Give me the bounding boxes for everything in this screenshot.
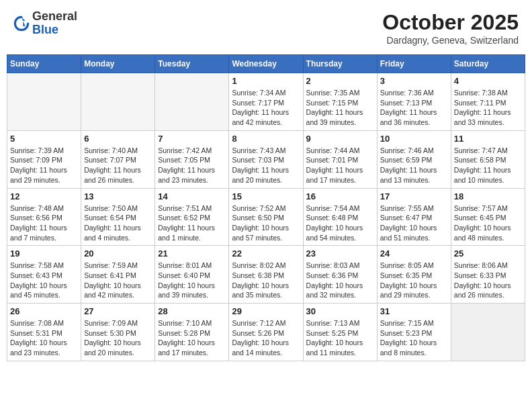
calendar-week-5: 26Sunrise: 7:08 AMSunset: 5:31 PMDayligh… [7, 304, 525, 361]
day-info: Sunrise: 7:08 AMSunset: 5:31 PMDaylight:… [10, 318, 78, 358]
day-info: Sunrise: 7:40 AMSunset: 7:07 PMDaylight:… [84, 146, 152, 185]
day-info: Sunrise: 7:42 AMSunset: 7:05 PMDaylight:… [158, 146, 226, 185]
calendar-cell: 27Sunrise: 7:09 AMSunset: 5:30 PMDayligh… [81, 304, 155, 361]
day-info: Sunrise: 8:02 AMSunset: 6:38 PMDaylight:… [232, 261, 300, 300]
calendar-cell [81, 73, 155, 131]
calendar-cell: 10Sunrise: 7:46 AMSunset: 6:59 PMDayligh… [377, 130, 451, 188]
day-info: Sunrise: 7:35 AMSunset: 7:15 PMDaylight:… [306, 88, 374, 128]
day-info: Sunrise: 7:12 AMSunset: 5:26 PMDaylight:… [232, 318, 300, 358]
day-number: 6 [84, 134, 152, 144]
day-number: 14 [158, 191, 226, 201]
day-info: Sunrise: 7:57 AMSunset: 6:45 PMDaylight:… [454, 203, 522, 243]
day-number: 10 [380, 134, 448, 144]
day-number: 8 [232, 134, 300, 144]
weekday-header-saturday: Saturday [451, 55, 525, 73]
day-number: 9 [306, 134, 374, 144]
day-number: 5 [10, 134, 78, 144]
day-number: 29 [232, 306, 300, 316]
day-info: Sunrise: 7:51 AMSunset: 6:52 PMDaylight:… [158, 203, 226, 243]
day-number: 20 [84, 248, 152, 259]
calendar-cell: 29Sunrise: 7:12 AMSunset: 5:26 PMDayligh… [229, 304, 303, 361]
calendar-cell: 28Sunrise: 7:10 AMSunset: 5:28 PMDayligh… [155, 304, 229, 361]
day-number: 27 [84, 306, 152, 316]
month-title: October 2025 [382, 10, 519, 35]
day-info: Sunrise: 7:58 AMSunset: 6:43 PMDaylight:… [10, 261, 78, 300]
day-number: 24 [380, 248, 448, 259]
calendar-cell: 18Sunrise: 7:57 AMSunset: 6:45 PMDayligh… [451, 188, 525, 246]
day-info: Sunrise: 7:36 AMSunset: 7:13 PMDaylight:… [380, 88, 448, 128]
day-number: 26 [10, 306, 78, 316]
calendar-cell: 3Sunrise: 7:36 AMSunset: 7:13 PMDaylight… [377, 73, 451, 131]
calendar-cell: 21Sunrise: 8:01 AMSunset: 6:40 PMDayligh… [155, 246, 229, 304]
day-info: Sunrise: 7:34 AMSunset: 7:17 PMDaylight:… [232, 88, 300, 128]
day-number: 16 [306, 191, 374, 201]
calendar-table: SundayMondayTuesdayWednesdayThursdayFrid… [7, 54, 525, 361]
day-number: 3 [380, 76, 448, 86]
calendar-cell: 7Sunrise: 7:42 AMSunset: 7:05 PMDaylight… [155, 130, 229, 188]
calendar-cell: 20Sunrise: 7:59 AMSunset: 6:41 PMDayligh… [81, 246, 155, 304]
day-info: Sunrise: 7:54 AMSunset: 6:48 PMDaylight:… [306, 203, 374, 243]
day-number: 30 [306, 306, 374, 316]
day-number: 1 [232, 76, 300, 86]
day-info: Sunrise: 7:09 AMSunset: 5:30 PMDaylight:… [84, 318, 152, 358]
calendar-week-1: 1Sunrise: 7:34 AMSunset: 7:17 PMDaylight… [7, 73, 525, 131]
logo-blue: Blue [32, 23, 58, 36]
calendar-cell: 23Sunrise: 8:03 AMSunset: 6:36 PMDayligh… [303, 246, 377, 304]
calendar-cell: 13Sunrise: 7:50 AMSunset: 6:54 PMDayligh… [81, 188, 155, 246]
page-header: General Blue October 2025 Dardagny, Gene… [7, 7, 525, 49]
calendar-cell [7, 73, 81, 131]
day-info: Sunrise: 7:52 AMSunset: 6:50 PMDaylight:… [232, 203, 300, 243]
weekday-header-monday: Monday [81, 55, 155, 73]
calendar-cell: 24Sunrise: 8:05 AMSunset: 6:35 PMDayligh… [377, 246, 451, 304]
calendar-cell: 26Sunrise: 7:08 AMSunset: 5:31 PMDayligh… [7, 304, 81, 361]
weekday-header-sunday: Sunday [7, 55, 81, 73]
calendar-cell: 5Sunrise: 7:39 AMSunset: 7:09 PMDaylight… [7, 130, 81, 188]
day-info: Sunrise: 7:55 AMSunset: 6:47 PMDaylight:… [380, 203, 448, 243]
day-info: Sunrise: 7:10 AMSunset: 5:28 PMDaylight:… [158, 318, 226, 358]
calendar-week-4: 19Sunrise: 7:58 AMSunset: 6:43 PMDayligh… [7, 246, 525, 304]
calendar-cell: 8Sunrise: 7:43 AMSunset: 7:03 PMDaylight… [229, 130, 303, 188]
day-number: 2 [306, 76, 374, 86]
day-number: 21 [158, 248, 226, 259]
location-subtitle: Dardagny, Geneva, Switzerland [382, 35, 519, 46]
day-info: Sunrise: 7:46 AMSunset: 6:59 PMDaylight:… [380, 146, 448, 185]
calendar-cell: 25Sunrise: 8:06 AMSunset: 6:33 PMDayligh… [451, 246, 525, 304]
day-info: Sunrise: 7:13 AMSunset: 5:25 PMDaylight:… [306, 318, 374, 358]
day-number: 11 [454, 134, 522, 144]
day-number: 28 [158, 306, 226, 316]
day-info: Sunrise: 7:38 AMSunset: 7:11 PMDaylight:… [454, 88, 522, 128]
calendar-cell: 17Sunrise: 7:55 AMSunset: 6:47 PMDayligh… [377, 188, 451, 246]
calendar-cell: 19Sunrise: 7:58 AMSunset: 6:43 PMDayligh… [7, 246, 81, 304]
calendar-cell: 14Sunrise: 7:51 AMSunset: 6:52 PMDayligh… [155, 188, 229, 246]
day-number: 17 [380, 191, 448, 201]
day-info: Sunrise: 8:01 AMSunset: 6:40 PMDaylight:… [158, 261, 226, 300]
calendar-cell: 22Sunrise: 8:02 AMSunset: 6:38 PMDayligh… [229, 246, 303, 304]
logo-general: General [32, 9, 77, 23]
title-block: October 2025 Dardagny, Geneva, Switzerla… [382, 10, 519, 46]
calendar-cell: 15Sunrise: 7:52 AMSunset: 6:50 PMDayligh… [229, 188, 303, 246]
weekday-header-thursday: Thursday [303, 55, 377, 73]
calendar-cell: 4Sunrise: 7:38 AMSunset: 7:11 PMDaylight… [451, 73, 525, 131]
calendar-cell [451, 304, 525, 361]
day-info: Sunrise: 7:59 AMSunset: 6:41 PMDaylight:… [84, 261, 152, 300]
weekday-header-row: SundayMondayTuesdayWednesdayThursdayFrid… [7, 55, 525, 73]
weekday-header-friday: Friday [377, 55, 451, 73]
day-number: 13 [84, 191, 152, 201]
weekday-header-wednesday: Wednesday [229, 55, 303, 73]
day-number: 7 [158, 134, 226, 144]
calendar-cell: 1Sunrise: 7:34 AMSunset: 7:17 PMDaylight… [229, 73, 303, 131]
weekday-header-tuesday: Tuesday [155, 55, 229, 73]
logo-text: General Blue [32, 10, 77, 37]
calendar-cell: 16Sunrise: 7:54 AMSunset: 6:48 PMDayligh… [303, 188, 377, 246]
calendar-cell: 9Sunrise: 7:44 AMSunset: 7:01 PMDaylight… [303, 130, 377, 188]
day-info: Sunrise: 7:48 AMSunset: 6:56 PMDaylight:… [10, 203, 78, 243]
day-info: Sunrise: 7:47 AMSunset: 6:58 PMDaylight:… [454, 146, 522, 185]
day-number: 31 [380, 306, 448, 316]
calendar-week-3: 12Sunrise: 7:48 AMSunset: 6:56 PMDayligh… [7, 188, 525, 246]
calendar-cell: 6Sunrise: 7:40 AMSunset: 7:07 PMDaylight… [81, 130, 155, 188]
day-info: Sunrise: 7:15 AMSunset: 5:23 PMDaylight:… [380, 318, 448, 358]
day-number: 4 [454, 76, 522, 86]
logo-icon [13, 15, 30, 32]
day-info: Sunrise: 8:05 AMSunset: 6:35 PMDaylight:… [380, 261, 448, 300]
day-number: 25 [454, 248, 522, 259]
